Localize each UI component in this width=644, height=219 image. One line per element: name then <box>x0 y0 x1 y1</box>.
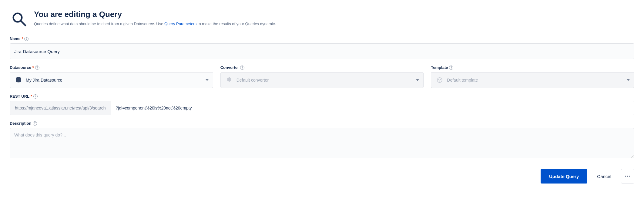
description-textarea[interactable] <box>10 128 634 158</box>
template-placeholder: Default template <box>447 78 627 83</box>
datasource-select[interactable]: My Jira Datasource <box>10 72 213 88</box>
datasource-label: Datasource * ? <box>10 65 213 70</box>
name-input[interactable] <box>10 43 634 59</box>
search-icon <box>10 10 28 28</box>
name-label: Name * ? <box>10 36 634 41</box>
template-help-icon[interactable]: ? <box>449 66 453 70</box>
name-help-icon[interactable]: ? <box>24 37 29 41</box>
datasource-chevron-icon <box>206 79 209 81</box>
datasource-db-icon <box>14 76 23 84</box>
rest-url-help-icon[interactable]: ? <box>33 94 38 99</box>
svg-point-7 <box>437 78 442 83</box>
name-section: Name * ? <box>10 36 634 59</box>
template-palette-icon <box>435 76 444 84</box>
rest-url-label: REST URL * ? <box>10 94 634 99</box>
rest-url-base: https://mjancova1.atlassian.net/rest/api… <box>10 101 111 115</box>
svg-point-8 <box>438 79 439 80</box>
required-indicator: * <box>22 36 23 41</box>
svg-point-6 <box>16 80 21 83</box>
template-label: Template ? <box>431 65 634 70</box>
datasource-help-icon[interactable]: ? <box>35 66 39 70</box>
description-label: Description ? <box>10 121 634 126</box>
converter-gear-icon <box>225 76 233 84</box>
template-section: Template ? Default template <box>431 65 634 88</box>
header-text: You are editing a Query Queries define w… <box>34 10 276 27</box>
footer-actions: Update Query Cancel ··· <box>10 169 634 184</box>
rest-url-section: REST URL * ? https://mjancova1.atlassian… <box>10 94 634 115</box>
rest-url-required: * <box>31 94 32 99</box>
more-options-icon: ··· <box>625 173 630 180</box>
converter-help-icon[interactable]: ? <box>240 66 244 70</box>
rest-url-row: https://mjancova1.atlassian.net/rest/api… <box>10 101 634 115</box>
dropdowns-row: Datasource * ? My Jira Datasource Conver… <box>10 65 634 88</box>
datasource-section: Datasource * ? My Jira Datasource <box>10 65 213 88</box>
converter-chevron-icon <box>416 79 419 81</box>
more-options-button[interactable]: ··· <box>621 169 634 184</box>
page-subtitle: Queries define what data should be fetch… <box>34 21 276 27</box>
converter-label: Converter ? <box>220 65 424 70</box>
datasource-required: * <box>32 65 34 70</box>
svg-line-1 <box>21 21 25 25</box>
rest-url-params-input[interactable] <box>111 101 634 115</box>
query-parameters-link[interactable]: Query Parameters <box>164 22 196 26</box>
update-query-button[interactable]: Update Query <box>541 169 587 184</box>
cancel-button[interactable]: Cancel <box>591 169 617 184</box>
page-title: You are editing a Query <box>34 10 276 19</box>
template-select[interactable]: Default template <box>431 72 634 88</box>
converter-section: Converter ? Default converter <box>220 65 424 88</box>
description-help-icon[interactable]: ? <box>33 121 37 126</box>
datasource-value: My Jira Datasource <box>26 78 206 83</box>
svg-point-9 <box>440 79 441 80</box>
converter-select[interactable]: Default converter <box>220 72 424 88</box>
page-header: You are editing a Query Queries define w… <box>10 10 634 28</box>
template-chevron-icon <box>627 79 630 81</box>
description-section: Description ? <box>10 121 634 159</box>
svg-point-10 <box>439 81 440 82</box>
converter-placeholder: Default converter <box>236 78 416 83</box>
